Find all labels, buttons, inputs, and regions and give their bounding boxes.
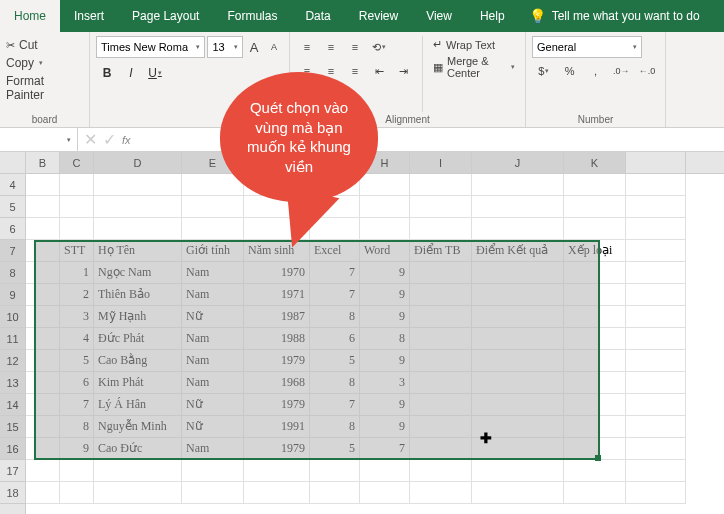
cell[interactable] (410, 328, 472, 350)
merge-center-button[interactable]: ▦Merge & Center▾ (429, 53, 519, 81)
cell[interactable] (564, 196, 626, 218)
cell[interactable] (626, 284, 686, 306)
row-header[interactable]: 7 (0, 240, 25, 262)
cell[interactable] (26, 306, 60, 328)
cell[interactable] (410, 196, 472, 218)
cell[interactable] (564, 328, 626, 350)
cell[interactable]: Lý Á Hân (94, 394, 182, 416)
cell[interactable] (26, 460, 60, 482)
cell[interactable] (564, 372, 626, 394)
cell[interactable]: Nam (182, 262, 244, 284)
cell[interactable] (244, 482, 310, 504)
cell[interactable] (410, 372, 472, 394)
cell[interactable] (472, 350, 564, 372)
cell[interactable] (410, 218, 472, 240)
row-header[interactable]: 5 (0, 196, 25, 218)
cell[interactable]: Điểm Kết quả (472, 240, 564, 262)
col-header[interactable] (626, 152, 686, 173)
cell[interactable] (626, 482, 686, 504)
cell[interactable] (626, 394, 686, 416)
cell[interactable]: 3 (60, 306, 94, 328)
col-header[interactable]: J (472, 152, 564, 173)
align-middle-button[interactable]: ≡ (320, 36, 342, 58)
cell[interactable]: 7 (310, 394, 360, 416)
cell[interactable] (244, 460, 310, 482)
cell[interactable]: 8 (60, 416, 94, 438)
cell[interactable]: Điểm TB (410, 240, 472, 262)
cell[interactable]: 1979 (244, 394, 310, 416)
cell[interactable] (26, 482, 60, 504)
cell[interactable]: 1971 (244, 284, 310, 306)
tab-insert[interactable]: Insert (60, 0, 118, 32)
cell[interactable]: Ngọc Nam (94, 262, 182, 284)
cell[interactable]: 1970 (244, 262, 310, 284)
cell[interactable]: 6 (60, 372, 94, 394)
row-header[interactable]: 6 (0, 218, 25, 240)
wrap-text-button[interactable]: ↵Wrap Text (429, 36, 519, 53)
cell[interactable] (564, 262, 626, 284)
cell[interactable] (564, 460, 626, 482)
cell[interactable]: 1991 (244, 416, 310, 438)
cell[interactable] (60, 174, 94, 196)
decrease-decimal-button[interactable]: ←.0 (635, 60, 659, 82)
cell[interactable] (26, 372, 60, 394)
cell[interactable]: 6 (310, 328, 360, 350)
cell[interactable]: Nam (182, 438, 244, 460)
cell[interactable] (94, 460, 182, 482)
cell[interactable]: Nam (182, 372, 244, 394)
cell[interactable]: 8 (310, 306, 360, 328)
cell[interactable] (410, 394, 472, 416)
cell[interactable]: 3 (360, 372, 410, 394)
cell[interactable]: Nam (182, 328, 244, 350)
cell[interactable] (26, 196, 60, 218)
cell[interactable] (564, 284, 626, 306)
cell[interactable] (472, 262, 564, 284)
cell[interactable] (26, 394, 60, 416)
tab-review[interactable]: Review (345, 0, 412, 32)
col-header[interactable]: D (94, 152, 182, 173)
name-box[interactable]: ▾ (0, 128, 78, 151)
cell[interactable]: 8 (310, 416, 360, 438)
copy-button[interactable]: Copy▾ (6, 54, 83, 72)
cell[interactable] (626, 372, 686, 394)
cell[interactable] (410, 350, 472, 372)
cell[interactable] (360, 482, 410, 504)
cell[interactable]: 9 (360, 306, 410, 328)
cell[interactable] (26, 284, 60, 306)
cell[interactable]: 7 (60, 394, 94, 416)
cell[interactable] (94, 196, 182, 218)
cell[interactable]: 4 (60, 328, 94, 350)
cell[interactable]: Nữ (182, 306, 244, 328)
cell[interactable] (26, 328, 60, 350)
col-header[interactable]: I (410, 152, 472, 173)
italic-button[interactable]: I (120, 62, 142, 84)
row-header[interactable]: 11 (0, 328, 25, 350)
cell[interactable] (410, 262, 472, 284)
enter-icon[interactable]: ✓ (103, 130, 116, 149)
cell[interactable] (410, 416, 472, 438)
font-name-select[interactable]: Times New Roma▾ (96, 36, 205, 58)
cell[interactable]: 9 (360, 262, 410, 284)
fx-button[interactable]: fx (122, 134, 131, 146)
underline-button[interactable]: U▾ (144, 62, 166, 84)
cell[interactable] (410, 460, 472, 482)
cell[interactable] (626, 174, 686, 196)
cell[interactable]: 5 (310, 438, 360, 460)
align-bottom-button[interactable]: ≡ (344, 36, 366, 58)
row-header[interactable]: 14 (0, 394, 25, 416)
row-header[interactable]: 12 (0, 350, 25, 372)
cell[interactable]: Nam (182, 350, 244, 372)
cell[interactable] (410, 438, 472, 460)
cell[interactable] (310, 460, 360, 482)
cell[interactable] (564, 174, 626, 196)
cell[interactable] (472, 482, 564, 504)
font-size-select[interactable]: 13▾ (207, 36, 243, 58)
orientation-button[interactable]: ⟲▾ (368, 36, 390, 58)
shrink-font-button[interactable]: A (265, 36, 283, 58)
cell[interactable] (472, 284, 564, 306)
cell[interactable]: 1968 (244, 372, 310, 394)
col-header[interactable]: C (60, 152, 94, 173)
tell-me-search[interactable]: 💡 Tell me what you want to do (529, 0, 700, 32)
tab-view[interactable]: View (412, 0, 466, 32)
row-header[interactable]: 8 (0, 262, 25, 284)
